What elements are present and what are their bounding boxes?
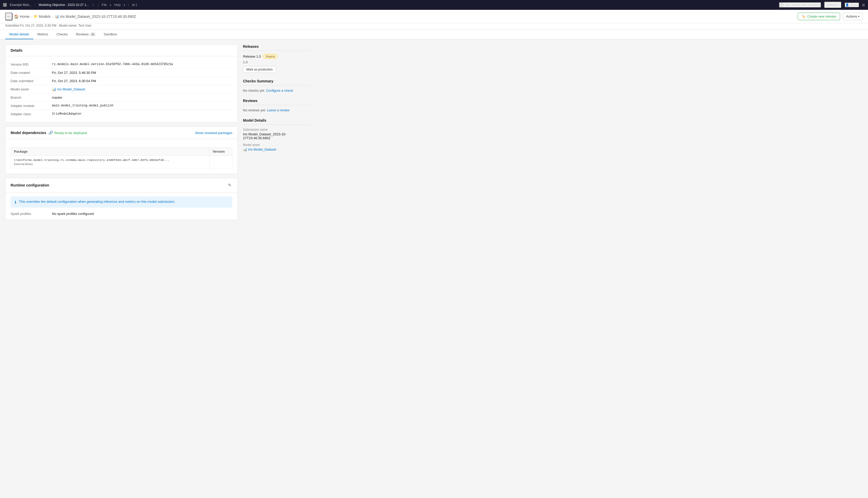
- edit-runtime-button[interactable]: ✎: [227, 182, 232, 188]
- package-table: Package Version transforms-model-trainin…: [11, 147, 232, 168]
- dependencies-card: Model dependencies 🔗 Ready to be deploye…: [5, 127, 238, 174]
- top-bar-right: ? Get started with modeling Actions ▾ 👤 …: [779, 2, 865, 8]
- back-button[interactable]: ←: [5, 13, 12, 21]
- details-row-model-asset: Model asset 📊 Iris Model_Dataset: [11, 85, 232, 93]
- sidebar-model-asset: Model asset 📊 Iris Model_Dataset: [243, 143, 310, 152]
- mark-as-production-button[interactable]: Mark as production: [243, 66, 276, 73]
- runtime-card: Runtime configuration ✎ ℹ This overrides…: [5, 178, 238, 220]
- leave-review-link[interactable]: Leave a review: [267, 108, 290, 112]
- sidebar-releases-section: Releases Release 1.0 Staging 1.0 Mark as…: [243, 44, 310, 73]
- tab-reviews[interactable]: Reviews 0: [72, 30, 100, 39]
- nav-bar: ← 🏠 Home › 📁 Models › 📊 Iris Model_Datas…: [0, 10, 868, 23]
- top-bar-page-title: Modeling Objective - 2023-10-27 1...: [39, 3, 89, 7]
- sidebar-checks-section: Checks Summary No checks yet. Configure …: [243, 79, 310, 92]
- package-row-0: transforms-model-training-ri.stemma.main…: [11, 156, 232, 168]
- breadcrumb-models[interactable]: 📁 Models: [34, 14, 50, 18]
- release-row: Release 1.0 Staging: [243, 54, 310, 58]
- spark-row: Spark profiles No spark profiles configu…: [11, 212, 232, 216]
- file-chevron-icon: ▾: [110, 4, 111, 6]
- sidebar: Releases Release 1.0 Staging 1.0 Mark as…: [243, 44, 310, 498]
- details-row-date-created: Date created Fri, Oct 27, 2023, 5:46:30 …: [11, 69, 232, 77]
- nav-actions-button[interactable]: Actions ▾: [843, 13, 863, 20]
- info-banner: ℹ This overrides the default configurati…: [11, 197, 232, 208]
- details-table: Version RID ri.models.main.model-version…: [11, 61, 232, 118]
- file-menu[interactable]: File: [102, 3, 107, 7]
- top-bar-left: Example Mod... › Modeling Objective - 20…: [3, 3, 137, 7]
- sidebar-model-details-section: Model Details Submission name Iris Model…: [243, 118, 310, 152]
- runtime-card-header: Runtime configuration ✎: [5, 178, 238, 193]
- breadcrumb: 🏠 Home › 📁 Models › 📊 Iris Model_Dataset…: [14, 14, 136, 19]
- info-icon: ℹ: [15, 200, 16, 205]
- tab-metrics[interactable]: Metrics: [33, 30, 52, 39]
- details-card-body: Version RID ri.models.main.model-version…: [5, 56, 238, 122]
- dep-card-header: Model dependencies 🔗 Ready to be deploye…: [5, 127, 238, 139]
- details-row-adapter-class: Adapter class IrisModelAdapter: [11, 110, 232, 118]
- sidebar-submission-name: Submission name Iris Model_Dataset_2023-…: [243, 128, 310, 140]
- layout-icon[interactable]: ⊞: [862, 3, 865, 7]
- share-button[interactable]: 👤 Share: [845, 3, 859, 7]
- breadcrumb-home[interactable]: 🏠 Home: [14, 14, 29, 19]
- nav-left: ← 🏠 Home › 📁 Models › 📊 Iris Model_Datas…: [5, 13, 136, 21]
- package-col-header: Package: [11, 147, 209, 156]
- dep-card-body: Package Version transforms-model-trainin…: [5, 139, 238, 173]
- release-icon: 🏷️: [802, 14, 806, 18]
- dep-status: 🔗 Ready to be deployed: [48, 130, 87, 135]
- details-row-date-submitted: Date submitted Fri, Oct 27, 2023, 6:30:5…: [11, 77, 232, 85]
- package-name-cell: transforms-model-training-ri.stemma.main…: [11, 156, 209, 168]
- model-asset-icon: 📊: [52, 87, 56, 91]
- version-col-header: Version: [209, 147, 232, 156]
- subtitle-bar: Submitted Fri, Oct 27, 2023, 6:30 PM · M…: [0, 23, 868, 30]
- details-row-branch: Branch master: [11, 93, 232, 102]
- share-user-icon: 👤: [845, 3, 849, 7]
- details-row-version-rid: Version RID ri.models.main.model-version…: [11, 61, 232, 69]
- no-reviews-text: No reviews yet.: [243, 108, 266, 112]
- runtime-card-body: ℹ This overrides the default configurati…: [5, 193, 238, 220]
- pkg-table-header: Package Version: [11, 147, 232, 156]
- package-version-cell: [209, 156, 232, 168]
- sidebar-model-asset-link[interactable]: 📊 Iris Model_Dataset: [243, 147, 310, 152]
- no-checks-text: No checks yet.: [243, 89, 265, 92]
- tab-checks[interactable]: Checks: [52, 30, 72, 39]
- pages-icon: ⊞ 1: [132, 3, 137, 7]
- breadcrumb-sep-2: ›: [52, 15, 53, 18]
- help-menu[interactable]: Help: [114, 3, 121, 7]
- nav-actions-chevron-icon: ▾: [858, 15, 859, 18]
- main-layout: Details Version RID ri.models.main.model…: [0, 39, 868, 498]
- tab-sandbox[interactable]: Sandbox: [100, 30, 121, 39]
- tabs-bar: Model details Metrics Checks Reviews 0 S…: [0, 30, 868, 39]
- content-area: Details Version RID ri.models.main.model…: [5, 44, 238, 498]
- dep-status-icon: 🔗: [48, 130, 53, 135]
- release-version: 1.0: [243, 60, 310, 64]
- breadcrumb-model[interactable]: 📊 Iris Model_Dataset_2023-10-27T15:46:30…: [55, 14, 136, 18]
- top-actions-chevron-icon: ▾: [838, 4, 839, 6]
- details-row-adapter-module: Adapter module main.model_training.model…: [11, 102, 232, 110]
- reviews-badge: 0: [90, 32, 95, 36]
- get-started-button[interactable]: ? Get started with modeling: [779, 2, 821, 8]
- details-card: Details Version RID ri.models.main.model…: [5, 44, 238, 122]
- top-actions-button[interactable]: Actions ▾: [824, 2, 842, 8]
- help-circle-icon: ?: [780, 3, 784, 7]
- nav-right: 🏷️ Create new release Actions ▾: [798, 13, 863, 20]
- star-icon[interactable]: ☆: [92, 3, 94, 7]
- sidebar-model-asset-icon: 📊: [243, 147, 247, 152]
- sidebar-reviews-section: Reviews No reviews yet. Leave a review: [243, 99, 310, 112]
- details-card-header: Details: [5, 45, 238, 56]
- top-bar: Example Mod... › Modeling Objective - 20…: [0, 0, 868, 10]
- help-chevron-icon: ▾: [124, 4, 125, 6]
- dep-header-left: Model dependencies 🔗 Ready to be deploye…: [11, 130, 87, 135]
- create-release-button[interactable]: 🏷️ Create new release: [798, 13, 840, 20]
- model-asset-link[interactable]: 📊 Iris Model_Dataset: [52, 87, 232, 91]
- configure-check-link[interactable]: Configure a check: [266, 89, 293, 92]
- tab-icon: [3, 3, 7, 7]
- show-resolved-link[interactable]: Show resolved packages: [195, 131, 232, 135]
- folder-icon: 📁: [34, 14, 38, 18]
- tab-model-details[interactable]: Model details: [5, 30, 33, 39]
- breadcrumb-sep-1: ›: [31, 15, 32, 18]
- home-icon: 🏠: [14, 14, 19, 19]
- model-icon: 📊: [55, 14, 59, 18]
- staging-badge: Staging: [263, 54, 277, 58]
- tab-breadcrumb: Example Mod...: [10, 3, 31, 7]
